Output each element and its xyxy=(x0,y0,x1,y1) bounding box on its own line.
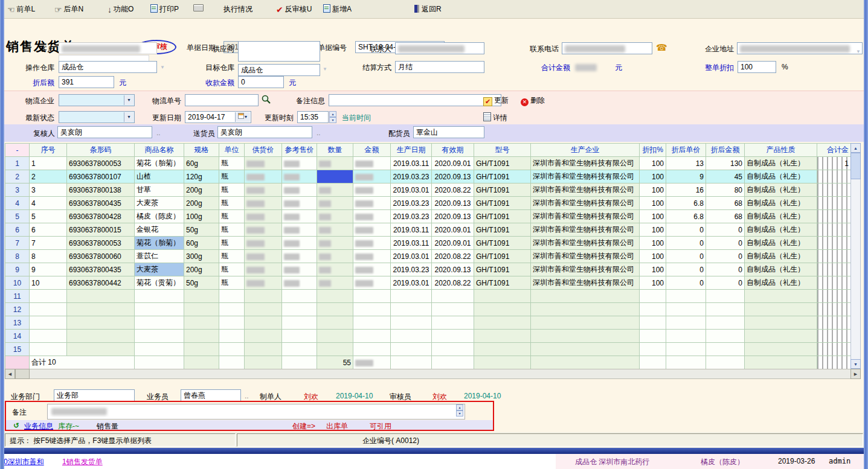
grid-cell[interactable]: 100 xyxy=(640,210,666,223)
grid-cell[interactable] xyxy=(432,290,474,303)
grid-cell[interactable] xyxy=(184,290,219,303)
grid-cell[interactable]: 山楂 xyxy=(135,170,184,183)
grid-cell[interactable]: 2020.09.13 xyxy=(432,210,474,223)
grid-cell[interactable] xyxy=(30,290,67,303)
grid-cell[interactable]: GH/T1091 xyxy=(474,183,531,197)
row-marker[interactable]: 3 xyxy=(5,183,30,197)
next-doc-button[interactable]: ☞后单N xyxy=(54,4,83,14)
col-header-supply-price[interactable]: 供货价 xyxy=(245,144,282,157)
update-date-input[interactable]: 2019-04-17▼ xyxy=(185,111,251,123)
grid-cell[interactable] xyxy=(353,316,391,330)
grid-cell[interactable] xyxy=(245,183,282,197)
grid-cell[interactable] xyxy=(817,356,851,369)
scroll-up-icon[interactable]: ▲ xyxy=(850,143,861,153)
v-scroll-thumb[interactable] xyxy=(850,153,861,179)
grid-cell[interactable]: 2019.03.01 xyxy=(391,250,432,263)
op-warehouse-input[interactable]: 成品仓 xyxy=(59,61,157,73)
grid-cell[interactable] xyxy=(353,237,391,250)
row-marker[interactable]: 10 xyxy=(5,276,30,290)
grid-cell[interactable] xyxy=(317,303,353,316)
grid-cell[interactable]: 2 xyxy=(30,170,67,183)
grid-cell[interactable] xyxy=(67,290,135,303)
grid-cell[interactable]: 瓶 xyxy=(219,197,245,210)
grid-cell[interactable] xyxy=(245,290,282,303)
grid-cell[interactable] xyxy=(817,223,851,237)
grid-cell[interactable] xyxy=(135,330,184,343)
grid-cell[interactable]: 自制成品（礼生） xyxy=(745,276,817,290)
scroll-down-icon[interactable]: ▼ xyxy=(850,359,861,369)
grid-cell[interactable]: 瓶 xyxy=(219,210,245,223)
grid-cell[interactable]: 200g xyxy=(184,263,219,276)
grid-cell[interactable]: 100 xyxy=(640,197,666,210)
grid-cell[interactable] xyxy=(817,183,851,197)
grid-cell[interactable] xyxy=(135,356,184,369)
calendar-dropdown-icon[interactable]: ▼ xyxy=(235,112,250,122)
grid-cell[interactable]: GH/T1091 xyxy=(474,223,531,237)
grid-cell[interactable] xyxy=(706,330,745,343)
row-marker[interactable]: 13 xyxy=(5,316,30,330)
customer-dropdown-icon[interactable]: ▼ xyxy=(160,46,165,51)
grid-cell[interactable] xyxy=(640,316,666,330)
row-marker[interactable]: 15 xyxy=(5,343,30,356)
grid-cell[interactable] xyxy=(219,316,245,330)
grid-cell[interactable]: 瓶 xyxy=(219,250,245,263)
grid-cell[interactable]: 5 xyxy=(30,210,67,223)
grid-cell[interactable] xyxy=(531,290,640,303)
order-discount-input[interactable]: 100 xyxy=(738,61,776,73)
row-marker[interactable]: 4 xyxy=(5,197,30,210)
grid-cell[interactable] xyxy=(666,290,706,303)
grid-cell[interactable] xyxy=(317,237,353,250)
row-marker[interactable]: 2 xyxy=(5,170,30,183)
grid-cell[interactable] xyxy=(282,330,317,343)
h-scrollbar[interactable] xyxy=(5,369,861,379)
grid-cell[interactable]: 4 xyxy=(30,197,67,210)
grid-cell[interactable]: 0 xyxy=(666,237,706,250)
grid-cell[interactable] xyxy=(817,170,851,183)
grid-cell[interactable] xyxy=(817,303,851,316)
business-info-link[interactable]: 业务信息 xyxy=(24,421,53,432)
grid-cell[interactable] xyxy=(317,263,353,276)
grid-cell[interactable] xyxy=(317,223,353,237)
grid-cell[interactable] xyxy=(531,316,640,330)
grid-cell[interactable]: 300g xyxy=(184,250,219,263)
col-header-total-amt[interactable]: 合计金 xyxy=(817,144,851,157)
grid-cell[interactable] xyxy=(353,250,391,263)
grid-cell[interactable]: 2020.08.22 xyxy=(432,276,474,290)
grid-cell[interactable] xyxy=(531,330,640,343)
after-discount-input[interactable]: 391 xyxy=(59,76,114,88)
grid-cell[interactable] xyxy=(353,197,391,210)
grid-cell[interactable] xyxy=(353,157,391,170)
outbound-order-link[interactable]: 出库单 xyxy=(326,421,348,432)
scroll-right-icon[interactable]: ▶ xyxy=(850,369,861,379)
total-qty[interactable]: 55 xyxy=(317,356,353,369)
grid-cell[interactable]: 6930637800053 xyxy=(67,157,135,170)
grid-cell[interactable]: 6 xyxy=(30,223,67,237)
grid-cell[interactable]: 50g xyxy=(184,223,219,237)
grid-cell[interactable]: GH/T1091 xyxy=(474,276,531,290)
note-info-input[interactable] xyxy=(329,94,501,106)
grid-cell[interactable] xyxy=(432,343,474,356)
grid-cell[interactable]: 菊花（贡菊） xyxy=(135,276,184,290)
salesman-dots[interactable]: .. xyxy=(245,392,249,400)
supplier-dropdown-icon[interactable]: ▼ xyxy=(323,46,327,51)
col-header-unit[interactable]: 单位 xyxy=(219,144,245,157)
grid-cell[interactable] xyxy=(706,316,745,330)
grid-cell[interactable]: 瓶 xyxy=(219,170,245,183)
grid-cell[interactable] xyxy=(353,303,391,316)
grid-cell[interactable]: 深圳市善和堂生物科技有限公司 xyxy=(531,276,640,290)
grid-cell[interactable]: 16 xyxy=(666,183,706,197)
grid-cell[interactable]: 2019.03.23 xyxy=(391,263,432,276)
grid-cell[interactable]: 自制成品（礼生） xyxy=(745,157,817,170)
grid-cell[interactable]: 自制成品（礼生） xyxy=(745,210,817,223)
grid-cell[interactable] xyxy=(817,316,851,330)
grid-cell[interactable] xyxy=(245,197,282,210)
grid-cell[interactable] xyxy=(219,303,245,316)
create-link[interactable]: 创建=> xyxy=(292,421,315,432)
grid-cell[interactable]: 2019.03.01 xyxy=(391,183,432,197)
grid-cell[interactable] xyxy=(353,170,391,183)
grid-cell[interactable]: 菊花（胎菊） xyxy=(135,237,184,250)
grid-cell[interactable] xyxy=(282,303,317,316)
grid-cell[interactable] xyxy=(245,316,282,330)
total-label[interactable]: 合计 10 xyxy=(30,356,135,369)
grid-cell[interactable]: 100 xyxy=(640,170,666,183)
